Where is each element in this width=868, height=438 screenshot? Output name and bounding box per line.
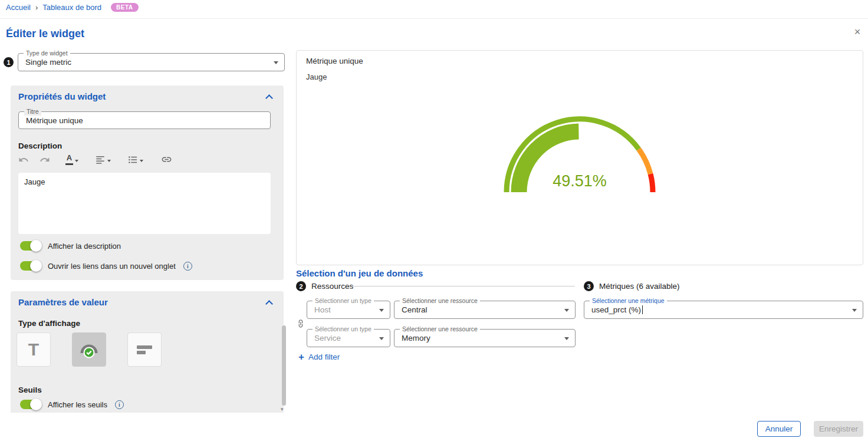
gauge-value: 49.51%	[553, 172, 607, 190]
format-color-letter: A	[67, 154, 72, 162]
chevron-down-icon	[140, 160, 143, 162]
value-settings-section: Paramètres de valeur Type d'affichage T …	[11, 291, 284, 413]
open-links-row: Ouvrir les liens dans un nouvel onglet i	[20, 261, 192, 271]
redo-icon	[40, 154, 50, 165]
link-icon	[161, 154, 172, 165]
cancel-button[interactable]: Annuler	[757, 421, 801, 437]
display-type-label: Type d'affichage	[18, 319, 80, 328]
undo-icon	[18, 154, 29, 165]
scroll-down-arrow-icon[interactable]: ▾	[281, 406, 284, 412]
widget-type-value: Single metric	[25, 54, 269, 71]
widget-editor-page: Accueil › Tableaux de bord BETA Éditer l…	[0, 0, 868, 438]
info-icon[interactable]: i	[115, 400, 124, 409]
dataset-section: Sélection d'un jeu de données 2 Ressourc…	[296, 268, 863, 416]
chevron-down-icon	[75, 160, 78, 162]
undo-button[interactable]	[17, 153, 31, 167]
resource-link-icon	[296, 319, 305, 328]
resources-divider	[352, 286, 575, 286]
breadcrumb-separator-icon: ›	[35, 3, 38, 12]
toggle-knob	[30, 399, 42, 410]
chevron-down-icon	[852, 309, 857, 312]
widget-properties-title: Propriétés du widget	[18, 91, 106, 101]
preview-description: Jauge	[306, 73, 327, 81]
text-cursor-icon	[642, 305, 643, 314]
bar-display-icon	[136, 342, 153, 357]
resources-label: Ressources	[311, 282, 353, 291]
text-display-icon: T	[28, 340, 39, 360]
breadcrumb-dashboards-link[interactable]: Tableaux de bord	[42, 3, 101, 12]
widget-title-input[interactable]: Titre Métrique unique	[18, 111, 271, 129]
description-label: Description	[18, 141, 62, 150]
resource-type-select-2[interactable]: Sélectionner un type Service	[307, 329, 390, 347]
chevron-down-icon	[107, 160, 111, 162]
value-settings-title: Paramètres de valeur	[18, 297, 108, 307]
metrics-header: 3 Métriques (6 available)	[584, 281, 680, 291]
resource-select-2[interactable]: Sélectionner une ressource Memory	[394, 329, 576, 347]
widget-properties-section: Propriétés du widget Titre Métrique uniq…	[11, 85, 284, 280]
add-filter-label: Add filter	[308, 353, 340, 361]
chevron-down-icon	[564, 337, 569, 340]
insert-link-button[interactable]	[159, 152, 174, 167]
info-icon[interactable]: i	[183, 262, 192, 271]
show-description-row: Afficher la description	[20, 241, 121, 251]
show-description-toggle[interactable]	[20, 241, 40, 251]
redo-button[interactable]	[38, 153, 52, 167]
toggle-knob	[30, 260, 42, 272]
metric-select[interactable]: Sélectionner une métrique used_prct (%)	[584, 301, 863, 319]
show-thresholds-row: Afficher les seuils i	[20, 400, 124, 409]
list-button[interactable]	[126, 153, 145, 167]
align-left-icon	[95, 154, 106, 165]
step-badge-2: 2	[296, 281, 306, 291]
align-button[interactable]	[93, 153, 113, 167]
value-settings-collapse-icon[interactable]	[265, 300, 273, 308]
show-thresholds-toggle[interactable]	[20, 400, 40, 409]
chevron-down-icon	[274, 61, 278, 64]
widget-title-input-value: Métrique unique	[26, 112, 264, 129]
display-type-gauge-button-selected[interactable]	[72, 332, 106, 367]
dialog-top-divider	[0, 18, 868, 19]
close-icon[interactable]: ×	[850, 25, 864, 39]
description-toolbar: A	[17, 152, 174, 167]
properties-collapse-icon[interactable]	[265, 94, 273, 102]
save-button[interactable]: Enregistrer	[814, 421, 863, 437]
chevron-down-icon	[564, 309, 569, 312]
dialog-title: Éditer le widget	[6, 28, 84, 40]
display-type-bar-button[interactable]	[127, 332, 162, 367]
show-description-label: Afficher la description	[48, 242, 121, 251]
resource-select-1[interactable]: Sélectionner une ressource Central	[394, 301, 576, 319]
resource-value-2: Memory	[402, 330, 560, 347]
plus-icon: +	[298, 352, 304, 362]
display-type-text-button[interactable]: T	[17, 332, 51, 367]
text-color-button[interactable]: A	[64, 152, 80, 166]
thresholds-label: Seuils	[18, 386, 42, 394]
show-thresholds-label: Afficher les seuils	[48, 400, 107, 409]
scrollbar-thumb[interactable]	[282, 325, 286, 406]
resource-type-value-1: Host	[314, 301, 374, 318]
open-links-label: Ouvrir les liens dans un nouvel onglet	[48, 262, 176, 271]
breadcrumb: Accueil › Tableaux de bord BETA	[6, 3, 139, 12]
widget-preview: Métrique unique Jauge 49.51%	[296, 50, 863, 265]
open-links-toggle[interactable]	[20, 261, 40, 271]
metric-select-value: used_prct (%)	[591, 305, 641, 314]
breadcrumb-home-link[interactable]: Accueil	[6, 3, 31, 12]
dataset-title: Sélection d'un jeu de données	[296, 268, 423, 278]
resource-value-1: Central	[402, 301, 560, 318]
step-badge-3: 3	[584, 281, 594, 291]
resources-header: 2 Ressources	[296, 281, 353, 291]
step-badge-1: 1	[4, 57, 14, 67]
add-filter-button[interactable]: + Add filter	[298, 352, 340, 362]
format-color-text-icon: A	[65, 154, 73, 164]
widget-type-select[interactable]: Type de widget Single metric	[18, 53, 285, 71]
description-editor[interactable]: Jauge	[18, 173, 271, 234]
chevron-down-icon	[379, 309, 384, 312]
resource-type-select-1[interactable]: Sélectionner un type Host	[307, 301, 390, 319]
beta-badge: BETA	[111, 3, 138, 12]
resource-type-value-2: Service	[314, 330, 374, 347]
preview-title: Métrique unique	[306, 57, 363, 65]
toggle-knob	[30, 240, 42, 252]
gauge-check-icon	[78, 340, 100, 360]
metrics-label: Métriques (6 available)	[599, 282, 680, 291]
bulleted-list-icon	[127, 154, 138, 165]
format-color-bar	[65, 163, 73, 165]
chevron-down-icon	[379, 337, 384, 340]
